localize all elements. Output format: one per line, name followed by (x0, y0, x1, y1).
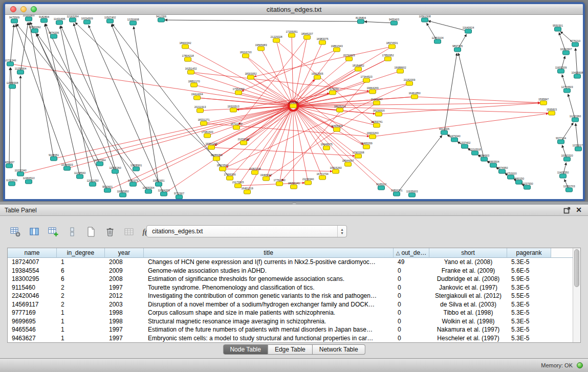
table-cell-title[interactable]: Estimation of significance thresholds fo… (144, 275, 394, 283)
graph-node[interactable]: 20211913 (194, 105, 206, 113)
table-cell-short[interactable]: Hescheler et al. (1997) (429, 334, 507, 343)
table-cell-title[interactable]: Genome-wide association studies in ADHD. (144, 267, 394, 275)
graph-node[interactable]: 11250904 (15, 67, 27, 75)
graph-node[interactable]: 12694203 (158, 189, 169, 196)
graph-node[interactable]: 11405350 (557, 171, 569, 179)
table-cell-out-de-[interactable]: 0 (394, 292, 429, 300)
graph-node[interactable]: 9776210 (570, 39, 580, 47)
table-cell-in-degree[interactable]: 6 (57, 267, 105, 275)
table-cell-out-de-[interactable]: 0 (394, 325, 429, 334)
table-row[interactable]: 911546021997Tourette syndrome. Phenomeno… (8, 283, 573, 292)
graph-node[interactable]: 16983075 (316, 37, 328, 45)
graph-edge[interactable] (293, 110, 294, 187)
table-cell-pagerank[interactable]: 5.3E-5 (507, 309, 551, 317)
float-panel-icon[interactable] (563, 207, 571, 214)
graph-edge[interactable] (30, 22, 100, 164)
table-cell-year[interactable]: 1997 (105, 334, 144, 343)
graph-node[interactable]: 11220360 (570, 115, 581, 122)
table-cell-name[interactable]: 9777169 (8, 309, 57, 317)
graph-node[interactable]: 17850952 (382, 54, 394, 61)
table-select[interactable]: citations_edges.txt ▲▼ (146, 225, 347, 237)
table-cell-year[interactable]: 1997 (105, 325, 144, 334)
graph-edge[interactable] (276, 40, 374, 123)
table-cell-pagerank[interactable]: 5.3E-5 (507, 325, 551, 334)
graph-node[interactable]: 21156940 (302, 178, 314, 185)
graph-node[interactable]: 12505260 (109, 166, 121, 174)
delete-table-icon[interactable] (103, 225, 117, 239)
graph-node[interactable]: 17903308 (352, 151, 364, 159)
graph-node[interactable]: 19948075 (320, 143, 332, 150)
graph-edge[interactable] (223, 108, 291, 169)
graph-edge[interactable] (364, 21, 394, 23)
column-header-name[interactable]: name (8, 248, 57, 258)
table-cell-short[interactable]: Stergiakouli et al. (2012) (429, 292, 507, 300)
table-row[interactable]: 1456911722003Disruption of a novel membe… (8, 300, 573, 309)
tab-edge-table[interactable]: Edge Table (268, 344, 313, 355)
table-cell-short[interactable]: Nakamura et al. (1997) (429, 325, 507, 334)
graph-node[interactable]: 10242607 (560, 48, 572, 55)
graph-node[interactable]: 21071422 (237, 138, 249, 145)
table-cell-pagerank[interactable]: 5.6E-5 (507, 267, 551, 275)
graph-node[interactable]: 19915260 (330, 166, 341, 174)
table-cell-in-degree[interactable]: 1 (57, 258, 105, 267)
graph-node[interactable]: 9550301 (553, 24, 563, 32)
graph-node[interactable]: 9475509 (9, 16, 19, 24)
graph-edge[interactable] (397, 136, 442, 194)
table-cell-in-degree[interactable]: 2 (57, 283, 105, 292)
panel-splitter[interactable] (0, 201, 588, 205)
table-cell-title[interactable]: Investigating the contribution of common… (144, 292, 394, 300)
graph-edge[interactable] (15, 25, 67, 168)
graph-node[interactable]: 10344503 (61, 163, 73, 171)
graph-node[interactable]: 10237930 (521, 182, 533, 190)
table-cell-year[interactable]: 1997 (105, 283, 144, 292)
graph-edge[interactable] (16, 24, 148, 192)
graph-node[interactable]: 9897305 (452, 45, 463, 52)
table-cell-out-de-[interactable]: 0 (394, 275, 429, 283)
graph-node[interactable]: 9245012 (376, 183, 386, 190)
graph-node[interactable]: 18184952 (352, 64, 364, 72)
graph-node[interactable]: 19465027 (260, 173, 272, 181)
table-cell-in-degree[interactable]: 1 (57, 317, 105, 326)
table-cell-out-de-[interactable]: 0 (394, 267, 429, 275)
column-header-short[interactable]: short (429, 248, 507, 258)
table-cell-pagerank[interactable]: 5.3E-5 (507, 334, 551, 343)
graph-edge[interactable] (415, 97, 540, 103)
graph-node[interactable]: 16461219 (241, 187, 253, 194)
graph-edge[interactable] (244, 80, 315, 143)
graph-node[interactable]: 9732907 (174, 192, 184, 200)
graph-node[interactable]: 12330175 (572, 144, 583, 151)
graph-node[interactable]: 9874206 (49, 31, 59, 39)
table-cell-in-degree[interactable]: 1 (57, 334, 105, 343)
new-table-icon[interactable] (84, 225, 98, 239)
table-cell-short[interactable]: de Silva et al. (2003) (429, 300, 507, 309)
graph-node[interactable]: 8135804 (356, 16, 366, 24)
table-cell-in-degree[interactable]: 1 (57, 325, 105, 334)
table-cell-title[interactable]: Tourette syndrome. Phenomenology and cla… (144, 283, 394, 292)
graph-node[interactable]: 18923514 (216, 164, 228, 171)
table-cell-in-degree[interactable]: 6 (57, 275, 105, 283)
graph-node[interactable]: 17804218 (182, 54, 193, 62)
graph-node[interactable]: 1595823 (547, 108, 557, 116)
graph-node[interactable]: 16772734 (316, 172, 328, 180)
graph-node[interactable]: 11158563 (74, 171, 85, 179)
column-header-title[interactable]: title (144, 248, 394, 258)
column-header-year[interactable]: year (105, 248, 144, 258)
graph-node[interactable]: 19088602 (394, 66, 406, 74)
graph-edge[interactable] (276, 40, 292, 102)
table-cell-in-degree[interactable]: 2 (57, 292, 105, 300)
table-row[interactable]: 969969511998Structural magnetic resonanc… (8, 317, 573, 326)
table-cell-pagerank[interactable]: 5.5E-5 (507, 292, 551, 300)
close-panel-icon[interactable]: ✕ (576, 206, 582, 214)
table-cell-pagerank[interactable]: 5.3E-5 (507, 300, 551, 309)
graph-node[interactable]: 21229328 (270, 35, 282, 43)
graph-node[interactable]: 18945207 (301, 32, 313, 40)
show-columns-icon[interactable] (27, 225, 41, 239)
graph-node[interactable]: 16461850 (408, 92, 420, 99)
graph-node[interactable]: 18600342 (179, 41, 191, 49)
graph-node[interactable]: 10905304 (142, 186, 154, 194)
graph-edge[interactable] (279, 110, 293, 184)
table-row[interactable]: 1872400712008Changes of HCN gene express… (8, 258, 573, 267)
graph-node[interactable]: 16251432 (185, 67, 197, 75)
graph-edge[interactable] (112, 25, 179, 198)
graph-edge[interactable] (207, 107, 290, 136)
